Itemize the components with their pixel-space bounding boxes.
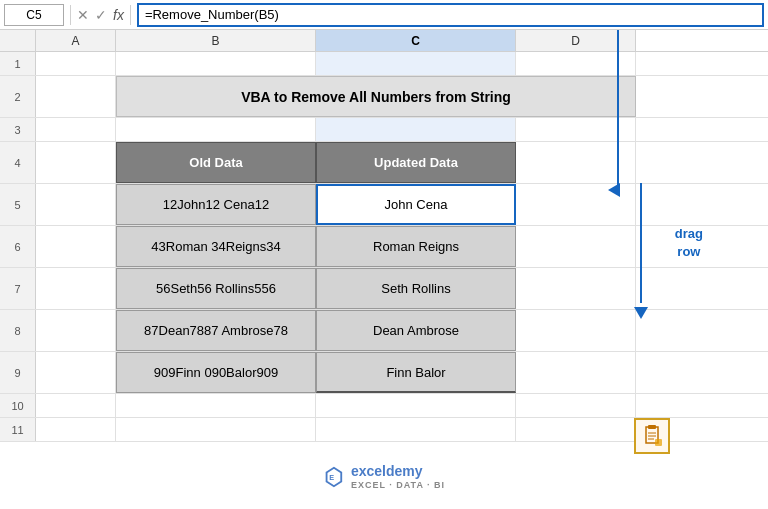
cell-reference-box[interactable]: C5: [4, 4, 64, 26]
row-7: 7 56Seth56 Rollins556 Seth Rollins: [0, 268, 768, 310]
col-header-c[interactable]: C: [316, 30, 516, 51]
cell-c8[interactable]: Dean Ambrose: [316, 310, 516, 351]
arrow-line-vertical: [640, 183, 642, 303]
row-num-10: 10: [0, 394, 36, 417]
cell-c5[interactable]: John Cena: [316, 184, 516, 225]
svg-rect-1: [648, 425, 656, 429]
logo-name: exceldemy: [351, 463, 445, 480]
row-4: 4 Old Data Updated Data: [0, 142, 768, 184]
row-num-1: 1: [0, 52, 36, 75]
arrow-head-left-icon: [608, 183, 620, 197]
cell-b4-header[interactable]: Old Data: [116, 142, 316, 183]
cell-c6[interactable]: Roman Reigns: [316, 226, 516, 267]
cell-a4[interactable]: [36, 142, 116, 183]
cell-d7[interactable]: [516, 268, 636, 309]
cell-a1[interactable]: [36, 52, 116, 75]
cell-a9[interactable]: [36, 352, 116, 393]
cell-b9[interactable]: 909Finn 090Balor909: [116, 352, 316, 393]
row-num-7: 7: [0, 268, 36, 309]
row-num-8: 8: [0, 310, 36, 351]
row-1: 1: [0, 52, 768, 76]
row-3: 3: [0, 118, 768, 142]
exceldemy-logo-icon: E: [323, 466, 345, 488]
vertical-connector-line: [617, 30, 619, 185]
cell-a5[interactable]: [36, 184, 116, 225]
cell-a8[interactable]: [36, 310, 116, 351]
paste-svg-icon: [641, 425, 663, 447]
formula-bar: C5 ✕ ✓ fx: [0, 0, 768, 30]
title-cell: VBA to Remove All Numbers from String: [116, 76, 636, 117]
cell-a2[interactable]: [36, 76, 116, 117]
svg-rect-5: [655, 439, 662, 446]
cell-a7[interactable]: [36, 268, 116, 309]
arrow-head-down-icon: [634, 307, 648, 319]
col-header-b[interactable]: B: [116, 30, 316, 51]
row-10: 10: [0, 394, 768, 418]
cell-d10[interactable]: [516, 394, 636, 417]
cell-a6[interactable]: [36, 226, 116, 267]
row-num-4: 4: [0, 142, 36, 183]
corner-cell: [0, 30, 36, 51]
row-9: 9 909Finn 090Balor909 Finn Balor: [0, 352, 768, 394]
formula-bar-icons: ✕ ✓ fx: [77, 7, 124, 23]
row-6: 6 43Roman 34Reigns34 Roman Reigns: [0, 226, 768, 268]
cell-d9[interactable]: [516, 352, 636, 393]
formula-input[interactable]: [137, 3, 764, 27]
row-num-11: 11: [0, 418, 36, 441]
row-2: 2 VBA to Remove All Numbers from String: [0, 76, 768, 118]
cell-b8[interactable]: 87Dean7887 Ambrose78: [116, 310, 316, 351]
paste-icon[interactable]: [634, 418, 670, 454]
cell-b6[interactable]: 43Roman 34Reigns34: [116, 226, 316, 267]
cell-c3[interactable]: [316, 118, 516, 141]
cell-d8[interactable]: [516, 310, 636, 351]
cell-a10[interactable]: [36, 394, 116, 417]
row-num-3: 3: [0, 118, 36, 141]
confirm-icon[interactable]: ✓: [95, 7, 107, 23]
cell-d6[interactable]: [516, 226, 636, 267]
cell-b5[interactable]: 12John12 Cena12: [116, 184, 316, 225]
row-num-2: 2: [0, 76, 36, 117]
logo-subtitle: EXCEL · DATA · BI: [351, 480, 445, 491]
svg-text:E: E: [329, 473, 334, 482]
cell-d11[interactable]: [516, 418, 636, 441]
cell-b10[interactable]: [116, 394, 316, 417]
cell-b3[interactable]: [116, 118, 316, 141]
row-num-9: 9: [0, 352, 36, 393]
drag-label: drag row: [675, 225, 703, 261]
cell-b1[interactable]: [116, 52, 316, 75]
cell-a11[interactable]: [36, 418, 116, 441]
column-headers: A B C D: [0, 30, 768, 52]
left-arrow: [608, 183, 620, 197]
cell-c4-header[interactable]: Updated Data: [316, 142, 516, 183]
cell-c9[interactable]: Finn Balor: [316, 352, 516, 393]
row-8: 8 87Dean7887 Ambrose78 Dean Ambrose: [0, 310, 768, 352]
cell-ref-text: C5: [26, 8, 41, 22]
row-5: 5 12John12 Cena12 John Cena: [0, 184, 768, 226]
cell-c10[interactable]: [316, 394, 516, 417]
formula-bar-divider2: [130, 5, 131, 25]
row-num-5: 5: [0, 184, 36, 225]
formula-bar-divider: [70, 5, 71, 25]
fx-icon[interactable]: fx: [113, 7, 124, 23]
drag-annotation: [634, 183, 648, 319]
cell-b7[interactable]: 56Seth56 Rollins556: [116, 268, 316, 309]
row-num-6: 6: [0, 226, 36, 267]
col-header-a[interactable]: A: [36, 30, 116, 51]
cancel-icon[interactable]: ✕: [77, 7, 89, 23]
cell-c1[interactable]: [316, 52, 516, 75]
cell-a3[interactable]: [36, 118, 116, 141]
exceldemy-logo: E exceldemy EXCEL · DATA · BI: [323, 463, 445, 491]
cell-c7[interactable]: Seth Rollins: [316, 268, 516, 309]
cell-b11[interactable]: [116, 418, 316, 441]
cell-c11[interactable]: [316, 418, 516, 441]
